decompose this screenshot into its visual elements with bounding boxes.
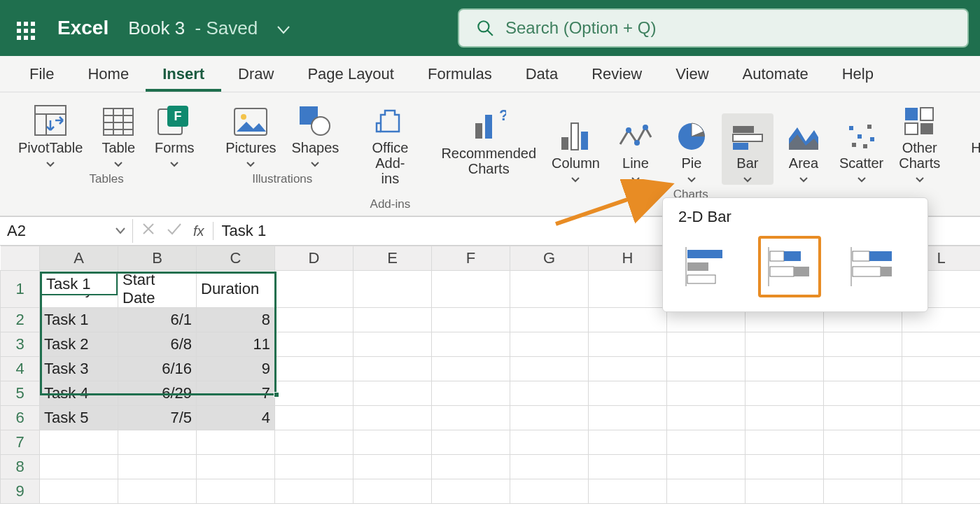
cell[interactable]: 11	[197, 332, 275, 357]
cell[interactable]	[746, 381, 824, 406]
cell[interactable]: Start Date	[118, 271, 197, 308]
officeaddins-button[interactable]: OfficeAdd-ins	[364, 98, 416, 195]
row-header-3[interactable]: 3	[1, 332, 40, 357]
tab-help[interactable]: Help	[825, 58, 890, 92]
cell[interactable]	[197, 455, 275, 479]
cell[interactable]	[589, 430, 667, 455]
cell[interactable]	[432, 406, 510, 430]
cell[interactable]: 6/16	[118, 357, 197, 381]
app-launcher-icon[interactable]	[11, 16, 41, 40]
cell[interactable]	[589, 357, 667, 381]
cell[interactable]	[275, 308, 354, 332]
shapes-button[interactable]: Shapes	[286, 98, 345, 169]
cell[interactable]	[824, 332, 902, 357]
cell[interactable]: 6/8	[118, 332, 197, 357]
cell[interactable]	[275, 430, 354, 455]
cell[interactable]	[275, 271, 354, 308]
column-header-G[interactable]: G	[510, 246, 589, 271]
cell[interactable]: 4	[197, 406, 275, 430]
selection-handle[interactable]	[274, 392, 279, 398]
chart-option-100-stacked-bar[interactable]	[841, 236, 904, 297]
tab-formulas[interactable]: Formulas	[411, 58, 509, 92]
forms-button[interactable]: FForms	[148, 98, 200, 169]
cell[interactable]	[354, 308, 432, 332]
document-title[interactable]: Book 3 - Saved	[128, 17, 290, 39]
cell[interactable]	[275, 455, 354, 479]
row-header-7[interactable]: 7	[1, 430, 40, 455]
cell[interactable]	[902, 381, 981, 406]
cell[interactable]	[354, 381, 432, 406]
tab-data[interactable]: Data	[509, 58, 575, 92]
cell[interactable]	[432, 332, 510, 357]
cell[interactable]: Task 3	[40, 357, 118, 381]
cell[interactable]	[275, 332, 354, 357]
row-header-8[interactable]: 8	[1, 455, 40, 479]
cell[interactable]: 7	[197, 381, 275, 406]
cell[interactable]	[667, 357, 746, 381]
cell[interactable]: 7/5	[118, 406, 197, 430]
tab-file[interactable]: File	[13, 58, 71, 92]
cell[interactable]	[40, 455, 118, 479]
cell[interactable]	[902, 430, 981, 455]
formula-content[interactable]: Task 1	[214, 222, 275, 240]
tab-draw[interactable]: Draw	[221, 58, 290, 92]
othercharts-button[interactable]: OtherCharts	[893, 98, 946, 185]
chart-option-clustered-bar[interactable]	[676, 236, 738, 297]
bar-button[interactable]: Bar	[722, 113, 774, 185]
tab-page-layout[interactable]: Page Layout	[290, 58, 411, 92]
cell[interactable]	[902, 455, 981, 479]
cell[interactable]: Duration	[197, 271, 275, 308]
cell[interactable]: Task 2	[40, 332, 118, 357]
column-header-H[interactable]: H	[589, 246, 667, 271]
cell[interactable]	[589, 406, 667, 430]
column-header-D[interactable]: D	[275, 246, 354, 271]
cell[interactable]	[746, 357, 824, 381]
cell[interactable]	[118, 430, 197, 455]
tab-view[interactable]: View	[659, 58, 725, 92]
column-header-C[interactable]: C	[197, 246, 275, 271]
chart-option-stacked-bar[interactable]	[758, 236, 821, 297]
name-box[interactable]: A2	[0, 219, 133, 243]
cell[interactable]	[824, 479, 902, 504]
cell[interactable]	[354, 455, 432, 479]
cell[interactable]	[824, 357, 902, 381]
scatter-button[interactable]: Scatter	[834, 113, 889, 185]
cell[interactable]	[510, 455, 589, 479]
row-header-9[interactable]: 9	[1, 479, 40, 504]
cell[interactable]	[589, 271, 667, 308]
chevron-down-icon[interactable]	[115, 227, 125, 234]
area-button[interactable]: Area	[778, 113, 830, 185]
cell[interactable]	[510, 357, 589, 381]
cell[interactable]	[510, 406, 589, 430]
cell[interactable]	[40, 430, 118, 455]
pivottable-button[interactable]: PivotTable	[13, 98, 88, 169]
tab-insert[interactable]: Insert	[146, 58, 221, 92]
tab-automate[interactable]: Automate	[726, 58, 825, 92]
search-input[interactable]: Search (Option + Q)	[458, 8, 969, 48]
row-header-5[interactable]: 5	[1, 381, 40, 406]
cell[interactable]	[354, 430, 432, 455]
cell[interactable]: 6/29	[118, 381, 197, 406]
cell[interactable]	[275, 406, 354, 430]
cell[interactable]	[589, 332, 667, 357]
cell[interactable]: Task 5	[40, 406, 118, 430]
chevron-down-icon[interactable]	[277, 17, 290, 39]
recommended-button[interactable]: ?RecommendedCharts	[435, 104, 542, 185]
cell[interactable]	[902, 406, 981, 430]
cell[interactable]	[118, 455, 197, 479]
hyperlink-button[interactable]: Hyperlink	[965, 98, 980, 164]
cell[interactable]	[432, 381, 510, 406]
cell[interactable]	[589, 381, 667, 406]
cell[interactable]	[432, 308, 510, 332]
cell[interactable]	[432, 357, 510, 381]
row-header-1[interactable]: 1	[1, 271, 40, 308]
cell[interactable]: Task 1	[40, 308, 118, 332]
cell[interactable]	[40, 479, 118, 504]
column-header-F[interactable]: F	[432, 246, 510, 271]
cell[interactable]	[432, 479, 510, 504]
cell[interactable]	[275, 381, 354, 406]
cell[interactable]	[510, 271, 589, 308]
cell[interactable]: 6/1	[118, 308, 197, 332]
cancel-icon[interactable]	[141, 222, 155, 240]
pie-button[interactable]: Pie	[666, 113, 718, 185]
